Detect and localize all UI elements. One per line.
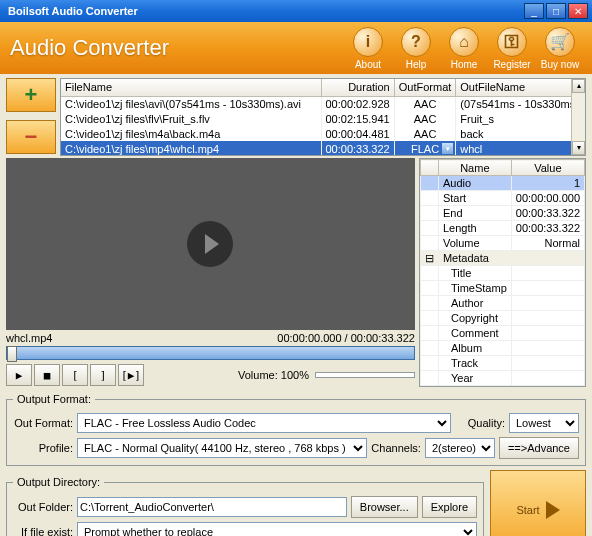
play-icon xyxy=(205,234,219,254)
header-help-button[interactable]: ?Help xyxy=(394,27,438,70)
out-format-label: Out Format: xyxy=(13,417,73,429)
window-title: Boilsoft Audio Converter xyxy=(4,5,522,17)
file-row[interactable]: C:\video1\zj files\flv\Fruit_s.flv00:02:… xyxy=(61,111,585,126)
about-icon: i xyxy=(353,27,383,57)
if-exist-select[interactable]: Prompt whether to replace xyxy=(77,522,477,536)
prop-row[interactable]: Start00:00:00.000 xyxy=(420,191,584,206)
file-row[interactable]: C:\video1\zj files\m4a\back.m4a00:00:04.… xyxy=(61,126,585,141)
video-preview xyxy=(6,158,415,330)
file-table[interactable]: FileName Duration OutFormat OutFileName … xyxy=(60,78,586,156)
preview-time: 00:00:00.000 / 00:00:33.322 xyxy=(277,332,415,344)
meta-row[interactable]: Title xyxy=(420,266,584,281)
play-button[interactable]: ▶ xyxy=(6,364,32,386)
seek-thumb[interactable] xyxy=(7,346,17,362)
file-row[interactable]: C:\video1\zj files\mp4\whcl.mp400:00:33.… xyxy=(61,141,585,156)
header-home-button[interactable]: ⌂Home xyxy=(442,27,486,70)
start-label: Start xyxy=(516,504,539,516)
add-file-button[interactable]: + xyxy=(6,78,56,112)
header-buy-now-button[interactable]: 🛒Buy now xyxy=(538,27,582,70)
browser-button[interactable]: Browser... xyxy=(351,496,418,518)
app-title: Audio Converter xyxy=(10,35,346,61)
col-prop-value[interactable]: Value xyxy=(511,160,584,176)
channels-label: Channels: xyxy=(371,442,421,454)
header-btn-label: Help xyxy=(394,59,438,70)
meta-row[interactable]: Track xyxy=(420,356,584,371)
file-scrollbar[interactable]: ▴ ▾ xyxy=(571,79,585,155)
explore-button[interactable]: Explore xyxy=(422,496,477,518)
meta-row[interactable]: Author xyxy=(420,296,584,311)
buy now-icon: 🛒 xyxy=(545,27,575,57)
output-dir-legend: Output Directory: xyxy=(13,476,104,488)
properties-panel[interactable]: NameValue Audio1Start00:00:00.000End00:0… xyxy=(419,158,586,387)
header-register-button[interactable]: ⚿Register xyxy=(490,27,534,70)
out-format-select[interactable]: FLAC - Free Lossless Audio Codec xyxy=(77,413,451,433)
mark-in-button[interactable]: [ xyxy=(62,364,88,386)
header-btn-label: Register xyxy=(490,59,534,70)
metadata-header[interactable]: Metadata xyxy=(438,251,584,266)
col-prop-name[interactable]: Name xyxy=(438,160,511,176)
out-folder-label: Out Folder: xyxy=(13,501,73,513)
start-icon xyxy=(546,501,560,519)
preview-filename: whcl.mp4 xyxy=(6,332,52,344)
format-dropdown-icon[interactable]: ▾ xyxy=(442,143,453,154)
start-button[interactable]: Start xyxy=(490,470,586,536)
profile-select[interactable]: FLAC - Normal Quality( 44100 Hz, stereo … xyxy=(77,438,367,458)
col-filename[interactable]: FileName xyxy=(61,79,321,96)
col-outformat[interactable]: OutFormat xyxy=(394,79,456,96)
output-format-legend: Output Format: xyxy=(13,393,95,405)
col-outfilename[interactable]: OutFileName xyxy=(456,79,585,96)
meta-row[interactable]: TimeStamp xyxy=(420,281,584,296)
advance-button[interactable]: ==>Advance xyxy=(499,437,579,459)
collapse-icon[interactable]: ⊟ xyxy=(420,251,438,266)
volume-label: Volume: 100% xyxy=(238,369,309,381)
mark-out-button[interactable]: ] xyxy=(90,364,116,386)
header-btn-label: Buy now xyxy=(538,59,582,70)
register-icon: ⚿ xyxy=(497,27,527,57)
header-about-button[interactable]: iAbout xyxy=(346,27,390,70)
seek-slider[interactable] xyxy=(6,346,415,360)
home-icon: ⌂ xyxy=(449,27,479,57)
scroll-down-icon[interactable]: ▾ xyxy=(572,141,585,155)
meta-row[interactable]: Year xyxy=(420,371,584,386)
minimize-button[interactable]: _ xyxy=(524,3,544,19)
prop-row[interactable]: Audio1 xyxy=(420,176,584,191)
col-duration[interactable]: Duration xyxy=(321,79,394,96)
file-row[interactable]: C:\video1\zj files\avi\(07s541ms - 10s33… xyxy=(61,96,585,111)
channels-select[interactable]: 2(stereo) xyxy=(425,438,495,458)
header-btn-label: Home xyxy=(442,59,486,70)
quality-select[interactable]: Lowest xyxy=(509,413,579,433)
prop-row[interactable]: End00:00:33.322 xyxy=(420,206,584,221)
meta-row[interactable]: Comment xyxy=(420,326,584,341)
meta-row[interactable]: Album xyxy=(420,341,584,356)
out-folder-input[interactable] xyxy=(77,497,347,517)
volume-slider[interactable] xyxy=(315,372,415,378)
stop-button[interactable]: ■ xyxy=(34,364,60,386)
prop-row[interactable]: VolumeNormal xyxy=(420,236,584,251)
prop-row[interactable]: Length00:00:33.322 xyxy=(420,221,584,236)
remove-file-button[interactable]: − xyxy=(6,120,56,154)
help-icon: ? xyxy=(401,27,431,57)
play-overlay-button[interactable] xyxy=(187,221,233,267)
maximize-button[interactable]: □ xyxy=(546,3,566,19)
if-exist-label: If file exist: xyxy=(13,526,73,536)
scroll-up-icon[interactable]: ▴ xyxy=(572,79,585,93)
next-mark-button[interactable]: [▶] xyxy=(118,364,144,386)
meta-row[interactable]: Copyright xyxy=(420,311,584,326)
quality-label: Quality: xyxy=(455,417,505,429)
header-btn-label: About xyxy=(346,59,390,70)
profile-label: Profile: xyxy=(13,442,73,454)
close-button[interactable]: ✕ xyxy=(568,3,588,19)
